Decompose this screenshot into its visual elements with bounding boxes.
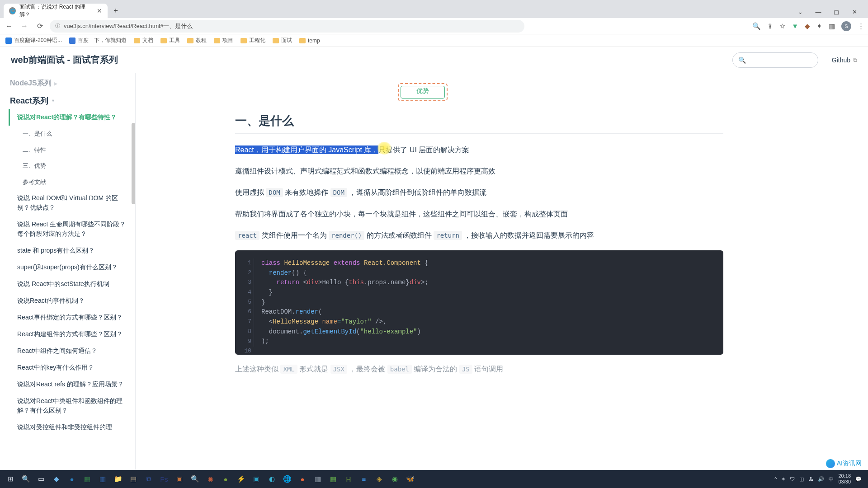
taskbar-app[interactable]: ◉	[387, 471, 402, 487]
bookmark-item[interactable]: temp	[299, 38, 320, 44]
reload-button[interactable]: ⟳	[34, 22, 45, 30]
sidebar-item[interactable]: 说说对React refs 的理解？应用场景？	[10, 376, 135, 393]
taskbar-app[interactable]: 🦋	[402, 471, 418, 487]
bookmark-item[interactable]: 面试	[273, 37, 292, 44]
taskbar-app[interactable]: Ps	[156, 471, 172, 487]
tray-network-icon[interactable]: 🖧	[808, 476, 813, 482]
taskbar-app[interactable]: ●	[295, 471, 310, 487]
sidebar-item[interactable]: 说说React的事件机制？	[10, 292, 135, 309]
tray-shield-icon[interactable]: 🛡	[790, 476, 795, 482]
window-close-icon[interactable]: ✕	[848, 9, 861, 15]
sidebar-item[interactable]: 说说对受控组件和非受控组件的理	[10, 419, 135, 436]
search-input[interactable]: 🔍	[732, 52, 818, 68]
favicon-icon	[69, 38, 75, 44]
bookmark-item[interactable]: 工具	[160, 37, 180, 44]
taskbar-app[interactable]: ▣	[249, 471, 264, 487]
tray-clock[interactable]: 20:18 03/30	[838, 473, 851, 485]
reading-list-icon[interactable]: ▥	[829, 22, 835, 30]
taskbar-app[interactable]: ▦	[80, 471, 95, 487]
sidebar-sub-item[interactable]: 参考文献	[10, 174, 135, 190]
address-bar[interactable]: ⓘ vue3js.cn/interview/React/React.html#一…	[50, 20, 524, 33]
extension-icon[interactable]: ◆	[805, 22, 810, 30]
site-info-icon[interactable]: ⓘ	[55, 23, 60, 29]
taskbar-app[interactable]: ●	[218, 471, 233, 487]
bookmark-item[interactable]: 文档	[134, 37, 153, 44]
bookmark-item[interactable]: 项目	[214, 37, 233, 44]
taskbar-app[interactable]: ◐	[264, 471, 279, 487]
bookmark-item[interactable]: 教程	[187, 37, 207, 44]
taskbar-app[interactable]: ◆	[49, 471, 64, 487]
taskbar-app[interactable]: ◈	[372, 471, 387, 487]
sidebar-prev-group[interactable]: NodeJS系列 ▶	[10, 74, 135, 91]
sidebar-item-active[interactable]: 说说对React的理解？有哪些特性？	[9, 109, 135, 126]
sidebar-item[interactable]: React事件绑定的方式有哪些？区别？	[10, 309, 135, 326]
taskbar-app[interactable]: ⧉	[141, 471, 156, 487]
bookmark-label: 面试	[281, 37, 292, 44]
watermark: AI资讯网	[826, 459, 862, 468]
taskbar-app[interactable]: ≡	[356, 471, 372, 487]
menu-icon[interactable]: ⋮	[858, 22, 864, 30]
code-line: );	[261, 337, 723, 347]
taskbar-app[interactable]: ◉	[203, 471, 218, 487]
window-minimize-icon[interactable]: —	[812, 9, 825, 15]
start-button[interactable]: ⊞	[3, 471, 18, 487]
taskbar-app[interactable]: ▥	[310, 471, 326, 487]
task-view[interactable]: ▭	[33, 471, 49, 487]
sidebar-sub-item[interactable]: 二、特性	[10, 142, 135, 158]
tray-chevron-icon[interactable]: ^	[774, 476, 777, 482]
bookmark-item[interactable]: 百度翻译-200种语...	[5, 37, 62, 44]
window-dropdown-icon[interactable]: ⌄	[794, 9, 807, 15]
window-maximize-icon[interactable]: ▢	[830, 9, 843, 15]
taskbar-app[interactable]: ▤	[126, 471, 141, 487]
sidebar-scrollbar[interactable]	[132, 123, 135, 204]
line-number: 6	[235, 307, 251, 316]
taskbar-app[interactable]: ⚡	[233, 471, 249, 487]
sidebar-item[interactable]: super()和super(props)有什么区别？	[10, 259, 135, 276]
tray-icon[interactable]: ✶	[781, 476, 785, 482]
selected-text: React，用于构建用户界面的 JavaScript 库，	[235, 145, 378, 154]
line-number: 7	[235, 317, 251, 326]
taskbar-app[interactable]: 📁	[110, 471, 126, 487]
taskbar-app[interactable]: 🔍	[187, 471, 203, 487]
tray-ime-icon[interactable]: 中	[829, 476, 834, 483]
browser-tab[interactable]: 🌐 面试官：说说对 React 的理解？ ✕	[4, 4, 108, 18]
taskbar-app[interactable]: ▦	[326, 471, 341, 487]
github-link[interactable]: Github ⧉	[832, 56, 857, 64]
extensions-icon[interactable]: ✦	[816, 22, 822, 30]
folder-icon	[187, 38, 193, 43]
taskbar-search[interactable]: 🔍	[18, 471, 33, 487]
code-line: class HelloMessage extends React.Compone…	[261, 258, 723, 268]
sidebar-item[interactable]: 说说对React中类组件和函数组件的理解？有什么区别？	[10, 393, 135, 419]
tray-icon[interactable]: ◫	[799, 476, 804, 482]
star-icon[interactable]: ☆	[779, 22, 785, 30]
bookmark-item[interactable]: 百度一下，你就知道	[69, 37, 127, 44]
sidebar-sub-item[interactable]: 一、是什么	[10, 126, 135, 142]
sidebar-item[interactable]: React构建组件的方式有哪些？区别？	[10, 326, 135, 343]
taskbar-chrome[interactable]: 🌐	[279, 471, 295, 487]
taskbar-app[interactable]: ▥	[95, 471, 110, 487]
tray-notifications-icon[interactable]: 💬	[855, 476, 862, 482]
profile-avatar[interactable]: S	[841, 21, 851, 31]
system-tray[interactable]: ^ ✶ 🛡 ◫ 🖧 🔊 中 20:18 03/30 💬	[774, 473, 865, 485]
back-button[interactable]: ←	[4, 22, 14, 30]
taskbar-app[interactable]: ●	[64, 471, 80, 487]
tray-volume-icon[interactable]: 🔊	[818, 476, 824, 482]
bookmark-item[interactable]: 工程化	[241, 37, 265, 44]
taskbar-app[interactable]: H	[341, 471, 356, 487]
sidebar-item[interactable]: React中的key有什么作用？	[10, 359, 135, 376]
sidebar-item[interactable]: 说说 React中的setState执行机制	[10, 276, 135, 292]
sidebar-item[interactable]: React中组件之间如何通信？	[10, 343, 135, 359]
sidebar-item[interactable]: 说说 Real DOM和 Virtual DOM 的区别？优缺点？	[10, 190, 135, 216]
sidebar-item[interactable]: 说说 React 生命周期有哪些不同阶段？每个阶段对应的方法是？	[10, 216, 135, 242]
taskbar-app[interactable]: ▣	[172, 471, 187, 487]
new-tab-button[interactable]: ＋	[108, 3, 124, 18]
code-line: }	[261, 288, 723, 298]
vue-extension-icon[interactable]: ▼	[792, 22, 798, 30]
sidebar-sub-item[interactable]: 三、优势	[10, 158, 135, 174]
zoom-icon[interactable]: 🔍	[752, 22, 761, 30]
forward-button[interactable]: →	[19, 22, 30, 30]
sidebar-group-title[interactable]: React系列 ▼	[10, 91, 135, 109]
sidebar-item[interactable]: state 和 props有什么区别？	[10, 242, 135, 259]
share-icon[interactable]: ⇪	[767, 22, 773, 30]
close-tab-icon[interactable]: ✕	[97, 7, 102, 14]
